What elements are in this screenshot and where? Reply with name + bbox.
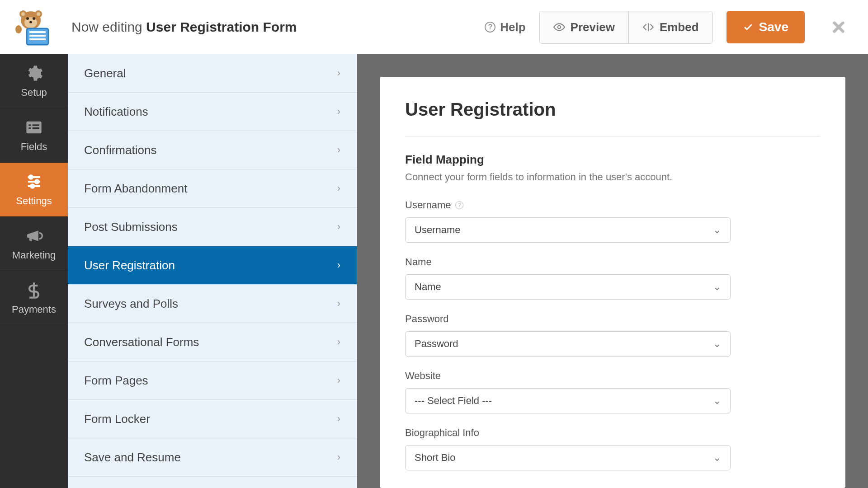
field-mapping-name: Name Name ⌄ <box>405 256 820 300</box>
gear-icon <box>25 64 43 82</box>
settings-item-form-pages[interactable]: Form Pages› <box>68 361 357 400</box>
vnav-label: Settings <box>16 195 52 207</box>
section-description: Connect your form fields to information … <box>405 171 820 183</box>
username-select[interactable]: Username ⌄ <box>405 217 731 243</box>
divider <box>405 136 820 136</box>
close-button[interactable] <box>827 16 850 38</box>
help-tooltip-icon[interactable]: ? <box>455 201 463 209</box>
chevron-down-icon: ⌄ <box>713 224 721 236</box>
svg-point-14 <box>557 26 561 29</box>
field-mapping-website: Website --- Select Field --- ⌄ <box>405 370 820 413</box>
settings-sidebar: General› Notifications› Confirmations› F… <box>68 54 357 488</box>
vnav-item-marketing[interactable]: Marketing <box>0 217 68 271</box>
svg-point-27 <box>35 180 38 183</box>
svg-point-7 <box>33 17 35 20</box>
settings-item-save-and-resume[interactable]: Save and Resume› <box>68 438 357 477</box>
vnav-item-settings[interactable]: Settings <box>0 163 68 217</box>
field-mapping-password: Password Password ⌄ <box>405 313 820 357</box>
chevron-right-icon: › <box>337 221 340 233</box>
svg-rect-22 <box>33 127 39 129</box>
vnav-label: Setup <box>21 87 47 99</box>
chevron-right-icon: › <box>337 144 340 156</box>
chevron-down-icon: ⌄ <box>713 452 721 464</box>
website-select[interactable]: --- Select Field --- ⌄ <box>405 388 731 413</box>
dollar-icon <box>25 281 43 299</box>
name-select[interactable]: Name ⌄ <box>405 274 731 300</box>
settings-item-notifications[interactable]: Notifications› <box>68 93 357 131</box>
chevron-down-icon: ⌄ <box>713 395 721 407</box>
vnav-item-fields[interactable]: Fields <box>0 108 68 163</box>
field-label: Password <box>405 313 820 325</box>
preview-embed-group: Preview Embed <box>539 11 713 44</box>
preview-button[interactable]: Preview <box>540 11 628 43</box>
field-label: Website <box>405 370 820 382</box>
eye-icon <box>553 21 565 33</box>
svg-point-6 <box>26 17 29 20</box>
svg-point-9 <box>15 25 22 33</box>
vnav-item-payments[interactable]: Payments <box>0 271 68 325</box>
panel-title: User Registration <box>405 99 820 120</box>
settings-panel: User Registration Field Mapping Connect … <box>380 77 845 488</box>
help-icon: ? <box>485 22 495 33</box>
chevron-right-icon: › <box>337 413 340 425</box>
svg-point-26 <box>29 175 33 178</box>
settings-item-user-registration[interactable]: User Registration› <box>68 246 357 285</box>
save-button[interactable]: Save <box>726 11 805 43</box>
password-select[interactable]: Password ⌄ <box>405 331 731 357</box>
vnav-item-setup[interactable]: Setup <box>0 54 68 108</box>
editing-label: Now editing User Registration Form <box>71 19 297 35</box>
chevron-right-icon: › <box>337 106 340 117</box>
embed-button[interactable]: Embed <box>628 11 712 43</box>
svg-point-28 <box>31 184 34 188</box>
list-icon <box>25 118 43 136</box>
settings-item-general[interactable]: General› <box>68 54 357 93</box>
help-link[interactable]: ? Help <box>485 20 525 34</box>
vnav-label: Marketing <box>12 249 56 261</box>
check-icon <box>743 22 754 33</box>
svg-rect-12 <box>29 35 46 37</box>
chevron-right-icon: › <box>337 336 340 348</box>
field-label: Name <box>405 256 820 268</box>
settings-item-confirmations[interactable]: Confirmations› <box>68 131 357 169</box>
settings-item-form-abandonment[interactable]: Form Abandonment› <box>68 169 357 208</box>
app-logo <box>8 5 53 50</box>
field-mapping-bio: Biographical Info Short Bio ⌄ <box>405 427 820 470</box>
svg-rect-11 <box>29 31 46 33</box>
svg-rect-21 <box>28 127 31 129</box>
svg-point-3 <box>21 12 25 16</box>
field-label: Biographical Info <box>405 427 820 439</box>
settings-item-post-submissions[interactable]: Post Submissions› <box>68 208 357 246</box>
sliders-icon <box>25 173 43 191</box>
field-label: Username ? <box>405 199 820 211</box>
chevron-right-icon: › <box>337 375 340 386</box>
chevron-right-icon: › <box>337 298 340 310</box>
svg-rect-19 <box>28 124 31 126</box>
svg-point-8 <box>29 21 32 23</box>
vnav-label: Fields <box>21 141 47 153</box>
chevron-down-icon: ⌄ <box>713 281 721 293</box>
field-mapping-username: Username ? Username ⌄ <box>405 199 820 243</box>
section-title: Field Mapping <box>405 153 820 167</box>
svg-rect-20 <box>33 124 39 126</box>
chevron-right-icon: › <box>337 259 340 271</box>
chevron-right-icon: › <box>337 67 340 79</box>
settings-item-form-locker[interactable]: Form Locker› <box>68 400 357 438</box>
chevron-down-icon: ⌄ <box>713 338 721 350</box>
svg-rect-13 <box>29 38 46 40</box>
header-bar: Now editing User Registration Form ? Hel… <box>0 0 868 54</box>
chevron-right-icon: › <box>337 183 340 194</box>
bio-select[interactable]: Short Bio ⌄ <box>405 445 731 470</box>
code-icon <box>642 21 654 33</box>
settings-item-conversational-forms[interactable]: Conversational Forms› <box>68 323 357 361</box>
vertical-nav: Setup Fields <box>0 54 68 488</box>
canvas-area: User Registration Field Mapping Connect … <box>357 54 868 488</box>
svg-point-4 <box>37 12 40 16</box>
chevron-right-icon: › <box>337 451 340 463</box>
settings-item-surveys-and-polls[interactable]: Surveys and Polls› <box>68 285 357 323</box>
form-name: User Registration Form <box>146 19 297 34</box>
bullhorn-icon <box>25 227 43 245</box>
vnav-label: Payments <box>12 304 56 315</box>
